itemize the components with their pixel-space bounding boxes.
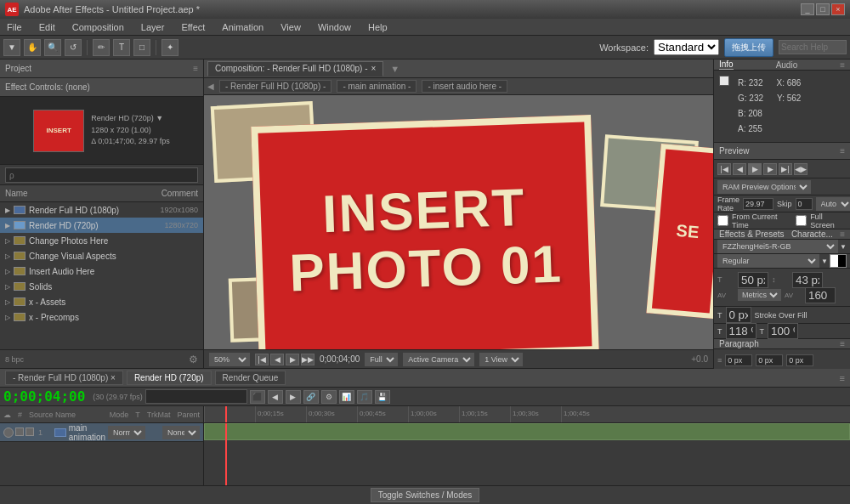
- info-menu[interactable]: ≡: [840, 60, 845, 70]
- skip-input[interactable]: [796, 198, 813, 210]
- kerning-select[interactable]: Metrics: [738, 289, 781, 301]
- menu-view[interactable]: View: [277, 20, 304, 34]
- tab-audio[interactable]: Audio: [776, 60, 798, 70]
- menu-help[interactable]: Help: [365, 20, 391, 34]
- ram-preview-select[interactable]: RAM Preview Options: [717, 180, 811, 194]
- tl-btn-8[interactable]: 💾: [375, 390, 390, 404]
- preview-menu[interactable]: ≡: [840, 146, 845, 156]
- solo-icon[interactable]: [15, 428, 24, 436]
- project-footer-icon[interactable]: ⚙: [189, 354, 198, 365]
- sub-tab-main-anim[interactable]: - main animation -: [337, 80, 416, 93]
- color-swatch[interactable]: [830, 254, 847, 268]
- comp-tab-close[interactable]: ×: [371, 64, 377, 73]
- playhead[interactable]: [225, 406, 227, 422]
- prev-btn-back[interactable]: ◀: [270, 354, 284, 365]
- list-item[interactable]: ▷ x - Precomps: [0, 309, 203, 325]
- para-input-2[interactable]: [756, 354, 783, 366]
- tl-btn-6[interactable]: 📊: [339, 390, 354, 404]
- leading-input[interactable]: [792, 272, 823, 288]
- mode-select[interactable]: Norm✓: [108, 426, 145, 439]
- minimize-btn[interactable]: _: [801, 3, 814, 15]
- menu-edit[interactable]: Edit: [36, 20, 59, 34]
- list-item[interactable]: ▷ Insert Audio Here: [0, 263, 203, 279]
- prev-btn-fwd[interactable]: ▶▶: [301, 354, 314, 365]
- close-btn[interactable]: ×: [831, 3, 845, 15]
- tl-btn-2[interactable]: ◀: [268, 390, 283, 404]
- list-item[interactable]: ▶ Render HD (720p) 1280x720: [0, 218, 203, 233]
- from-current-checkbox[interactable]: [717, 215, 728, 226]
- list-item[interactable]: ▷ Solids: [0, 279, 203, 294]
- tool-zoom[interactable]: 🔍: [44, 39, 61, 56]
- quality-select[interactable]: Full: [365, 353, 398, 366]
- tl-btn-7[interactable]: 🎵: [357, 390, 372, 404]
- prev-play[interactable]: ▶: [748, 163, 762, 175]
- comp-options-icon[interactable]: ▼: [390, 64, 400, 74]
- playhead-track[interactable]: [225, 423, 227, 485]
- tool-hand[interactable]: ✋: [24, 39, 41, 56]
- prev-btn-first[interactable]: |◀: [255, 354, 269, 365]
- list-item[interactable]: ▷ x - Assets: [0, 294, 203, 309]
- menu-file[interactable]: File: [3, 20, 26, 34]
- search-help-input[interactable]: [779, 40, 847, 54]
- nav-arrow-left[interactable]: ◀: [207, 82, 214, 91]
- workspace-select[interactable]: Standard: [654, 39, 719, 55]
- tab-info[interactable]: Info: [719, 59, 734, 70]
- effects-menu[interactable]: ≡: [840, 229, 845, 239]
- tool-text[interactable]: T: [113, 39, 130, 56]
- tool-select[interactable]: ▼: [3, 39, 20, 56]
- tl-btn-5[interactable]: ⚙: [321, 390, 337, 404]
- tab-render-hd[interactable]: Render HD (720p): [127, 371, 212, 385]
- para-input-3[interactable]: [786, 354, 813, 366]
- menu-window[interactable]: Window: [314, 20, 354, 34]
- tl-btn-3[interactable]: ▶: [286, 390, 301, 404]
- resolution-select[interactable]: Auto: [816, 197, 850, 211]
- scale-v-input[interactable]: [768, 323, 798, 339]
- tool-shape[interactable]: □: [133, 39, 150, 56]
- project-search-input[interactable]: [5, 167, 198, 183]
- sub-tab-audio[interactable]: - insert audio here -: [422, 80, 507, 93]
- table-row[interactable]: 1 main animation Norm✓ None: [0, 423, 203, 442]
- tool-pen[interactable]: ✏: [93, 39, 110, 56]
- tracking-input[interactable]: [805, 287, 836, 303]
- menu-animation[interactable]: Animation: [218, 20, 267, 34]
- toggle-switches-btn[interactable]: Toggle Switches / Modes: [371, 488, 480, 502]
- full-screen-checkbox[interactable]: [796, 215, 807, 226]
- prev-back-frame[interactable]: ◀: [733, 163, 746, 175]
- list-item[interactable]: ▷ Change Photos Here: [0, 233, 203, 248]
- track-bar[interactable]: [204, 423, 850, 440]
- stroke-input[interactable]: [726, 307, 751, 323]
- comp-tab[interactable]: Composition: - Render Full HD (1080p) - …: [207, 61, 383, 76]
- zoom-select[interactable]: 50% 100%: [209, 353, 250, 366]
- timeline-menu[interactable]: ≡: [840, 373, 845, 383]
- scale-h-input[interactable]: [726, 323, 756, 339]
- para-input-1[interactable]: [725, 354, 752, 366]
- project-menu-icon[interactable]: ≡: [193, 64, 198, 73]
- title-bar-controls[interactable]: _ □ ×: [801, 3, 845, 15]
- trkmat-select[interactable]: None: [162, 426, 200, 439]
- eye-icon[interactable]: [3, 428, 14, 438]
- views-select[interactable]: 1 View: [479, 353, 523, 366]
- lock-icon[interactable]: [26, 428, 34, 436]
- tl-btn-1[interactable]: ⬛: [250, 390, 265, 404]
- prev-btn-play[interactable]: ▶: [286, 354, 299, 365]
- list-item[interactable]: ▶ Render Full HD (1080p) 1920x1080: [0, 202, 203, 218]
- project-search[interactable]: [0, 165, 203, 185]
- prev-last[interactable]: ▶|: [779, 163, 792, 175]
- tab-render-full[interactable]: - Render Full HD (1080p) ×: [5, 371, 123, 385]
- camera-select[interactable]: Active Camera: [403, 353, 474, 366]
- menu-effect[interactable]: Effect: [178, 20, 208, 34]
- menu-composition[interactable]: Composition: [69, 20, 128, 34]
- prev-first[interactable]: |◀: [717, 163, 731, 175]
- upload-button[interactable]: 拖拽上传: [724, 38, 774, 57]
- timeline-search[interactable]: [145, 389, 247, 404]
- tl-btn-4[interactable]: 🔗: [303, 390, 319, 404]
- paragraph-menu[interactable]: ≡: [840, 339, 845, 348]
- tool-rotate[interactable]: ↺: [65, 39, 82, 56]
- size-input[interactable]: [738, 272, 768, 288]
- frame-rate-input[interactable]: [743, 198, 774, 210]
- sub-tab-render-full[interactable]: - Render Full HD (1080p) -: [219, 80, 332, 93]
- font-select[interactable]: FZZhengHei5-R-GB: [717, 240, 838, 253]
- prev-fwd-frame[interactable]: ▶: [763, 163, 777, 175]
- style-select[interactable]: Regular: [717, 254, 819, 268]
- menu-layer[interactable]: Layer: [138, 20, 168, 34]
